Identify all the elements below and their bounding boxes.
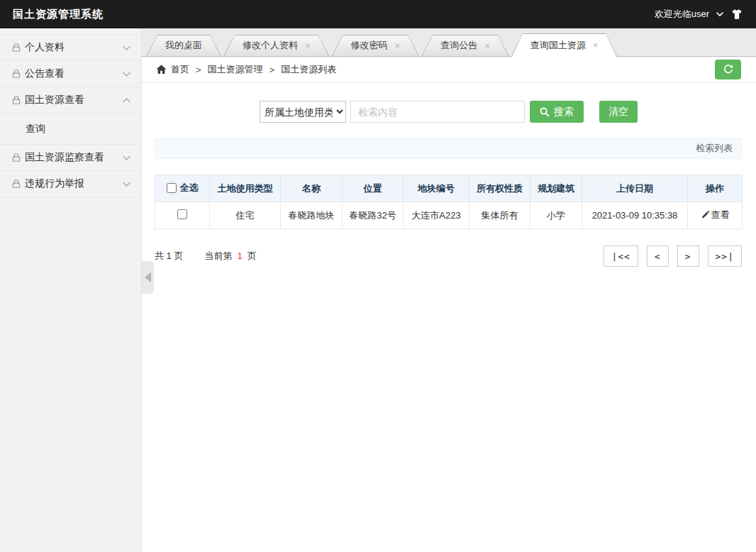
search-button-label: 搜索 [554, 106, 574, 118]
table-header-row: 全选 土地使用类型 名称 位置 地块编号 所有权性质 规划建筑 上传日期 操作 [155, 175, 743, 202]
sidebar-item-land-resources[interactable]: 国土资源查看 [0, 87, 141, 114]
sidebar-item-announcements[interactable]: 公告查看 [0, 61, 141, 87]
home-icon [156, 65, 167, 74]
view-action-label: 查看 [711, 209, 730, 221]
view-action-link[interactable]: 查看 [701, 209, 730, 221]
refresh-button[interactable] [715, 60, 741, 79]
cell-upload-date: 2021-03-09 10:35:38 [582, 202, 688, 229]
select-all-header: 全选 [155, 175, 210, 202]
last-page-button[interactable]: >>| [708, 245, 742, 267]
cell-location: 春晓路32号 [343, 202, 404, 229]
chevron-up-icon [122, 97, 131, 104]
breadcrumb-home[interactable]: 首页 [171, 63, 189, 76]
close-icon[interactable]: × [305, 40, 311, 51]
close-icon[interactable]: × [593, 40, 599, 50]
lock-icon [11, 43, 21, 53]
search-button[interactable]: 搜索 [530, 101, 584, 123]
triangle-left-icon [145, 272, 151, 282]
row-select-cell [155, 202, 210, 229]
current-page-number: 1 [237, 250, 242, 261]
row-checkbox[interactable] [177, 209, 187, 219]
main-area: 我的桌面 修改个人资料 × 修改密码 × 查询公告 × 查询国土资源 × 首页 … [142, 28, 756, 552]
next-page-button[interactable]: > [677, 245, 699, 267]
sidebar-item-violation-report[interactable]: 违规行为举报 [0, 171, 141, 197]
pagination: 共 1 页 当前第1页 |<< < > >>| [155, 245, 742, 267]
col-actions: 操作 [688, 175, 743, 202]
col-upload-date: 上传日期 [582, 175, 688, 202]
select-all-label: 全选 [180, 182, 199, 194]
col-name: 名称 [281, 175, 343, 202]
tab-my-desktop[interactable]: 我的桌面 [146, 35, 221, 56]
sidebar-item-label: 国土资源查看 [25, 94, 122, 106]
app-title: 国土资源管理系统 [13, 8, 104, 21]
select-all-control[interactable]: 全选 [167, 182, 199, 194]
sidebar-item-label: 个人资料 [25, 41, 122, 54]
land-use-type-select[interactable]: 所属土地使用类 [260, 101, 346, 123]
search-row: 所属土地使用类 搜索 清空 [260, 101, 742, 123]
breadcrumb-separator: > [269, 65, 275, 75]
refresh-icon [723, 64, 734, 75]
cell-actions: 查看 [688, 202, 743, 229]
topbar: 国土资源管理系统 欢迎光临user [0, 0, 756, 28]
sidebar-subitem-label: 查询 [26, 123, 45, 136]
table-row: 住宅 春晓路地块 春晓路32号 大连市A223 集体所有 小学 2021-03-… [155, 202, 743, 229]
breadcrumb-separator: > [196, 65, 201, 75]
chevron-down-icon [122, 71, 131, 77]
results-table: 全选 土地使用类型 名称 位置 地块编号 所有权性质 规划建筑 上传日期 操作 … [155, 175, 743, 229]
list-header-bar: 检索列表 [155, 138, 742, 159]
sidebar-item-label: 违规行为举报 [25, 177, 122, 190]
chevron-down-icon [122, 155, 131, 161]
page-current-text: 当前第1页 [204, 250, 256, 263]
clear-button-label: 清空 [608, 106, 628, 118]
col-parcel-number: 地块编号 [404, 175, 469, 202]
tab-query-announcements[interactable]: 查询公告 × [421, 35, 509, 56]
cell-planned-building: 小学 [530, 202, 582, 229]
tab-edit-profile[interactable]: 修改个人资料 × [223, 35, 330, 56]
lock-icon [11, 153, 21, 162]
close-icon[interactable]: × [484, 40, 490, 51]
cell-ownership: 集体所有 [469, 202, 530, 229]
page-total-text: 共 1 页 [155, 250, 183, 263]
col-location: 位置 [343, 175, 404, 202]
breadcrumb-land-list[interactable]: 国土资源列表 [281, 63, 336, 76]
list-header-title: 检索列表 [696, 143, 733, 153]
sidebar-item-land-supervision[interactable]: 国土资源监察查看 [0, 145, 141, 171]
chevron-down-icon [122, 181, 131, 187]
cell-parcel-number: 大连市A223 [404, 202, 469, 229]
sidebar-item-label: 公告查看 [25, 67, 122, 80]
lock-icon [11, 69, 21, 79]
sidebar-item-label: 国土资源监察查看 [25, 151, 122, 164]
clear-button[interactable]: 清空 [599, 101, 638, 123]
col-land-use-type: 土地使用类型 [210, 175, 281, 202]
chevron-down-icon[interactable] [716, 11, 724, 17]
sidebar-collapse-handle[interactable] [142, 261, 154, 294]
sidebar-subitem-query[interactable]: 查询 [0, 114, 141, 145]
tab-change-password[interactable]: 修改密码 × [332, 35, 420, 56]
prev-page-button[interactable]: < [647, 245, 669, 267]
select-all-checkbox[interactable] [167, 183, 177, 193]
welcome-user-menu[interactable]: 欢迎光临user [655, 8, 709, 21]
tab-strip: 我的桌面 修改个人资料 × 修改密码 × 查询公告 × 查询国土资源 × [142, 28, 756, 57]
lock-icon [11, 179, 21, 189]
sidebar-item-personal-profile[interactable]: 个人资料 [0, 35, 141, 61]
breadcrumb-land-management[interactable]: 国土资源管理 [208, 63, 263, 76]
col-ownership: 所有权性质 [469, 175, 530, 202]
col-planned-building: 规划建筑 [530, 175, 582, 202]
tab-query-land-resources[interactable]: 查询国土资源 × [511, 33, 618, 57]
breadcrumb: 首页 > 国土资源管理 > 国土资源列表 [142, 57, 756, 83]
cell-land-use-type: 住宅 [210, 202, 281, 229]
pencil-icon [701, 211, 710, 220]
lock-icon [11, 95, 21, 105]
shirt-icon[interactable] [730, 9, 743, 20]
close-icon[interactable]: × [395, 40, 401, 51]
search-input[interactable] [350, 101, 525, 123]
cell-name: 春晓路地块 [281, 202, 343, 229]
sidebar: 个人资料 公告查看 国土资源查看 查询 [0, 28, 142, 552]
chevron-down-icon [122, 45, 131, 51]
search-icon [540, 107, 550, 117]
first-page-button[interactable]: |<< [604, 245, 638, 267]
